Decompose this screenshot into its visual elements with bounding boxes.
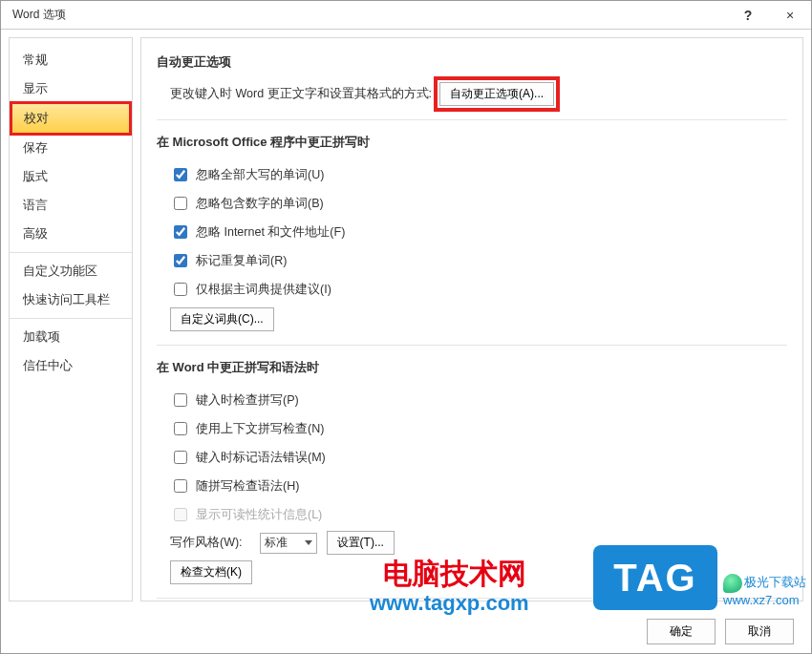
cb-ignore-urls[interactable]: 忽略 Internet 和文件地址(F)	[170, 220, 345, 244]
sidebar-item-proofing[interactable]: 校对	[11, 103, 130, 134]
grammar-settings-button[interactable]: 设置(T)...	[327, 531, 395, 555]
cb-label: 忽略全部大写的单词(U)	[196, 167, 324, 183]
cb-flag-repeats-input[interactable]	[174, 254, 187, 267]
cb-label: 忽略 Internet 和文件地址(F)	[196, 224, 345, 241]
dialog-body: 常规 显示 校对 保存 版式 语言 高级 自定义功能区 快速访问工具栏 加载项 …	[1, 30, 811, 609]
cb-label: 键入时标记语法错误(M)	[196, 450, 326, 466]
sidebar-item-display[interactable]: 显示	[10, 74, 132, 103]
cb-mark-grammar-typing[interactable]: 键入时标记语法错误(M)	[170, 445, 326, 470]
close-button[interactable]: ×	[769, 1, 811, 29]
custom-dictionaries-button[interactable]: 自定义词典(C)...	[170, 307, 274, 331]
sidebar-item-trust-center[interactable]: 信任中心	[10, 351, 132, 380]
cb-check-spelling-typing-input[interactable]	[174, 393, 187, 407]
cb-mark-grammar-typing-input[interactable]	[174, 451, 187, 464]
sidebar-item-layout[interactable]: 版式	[10, 162, 132, 191]
cb-label: 仅根据主词典提供建议(I)	[196, 282, 331, 298]
sidebar-item-general[interactable]: 常规	[10, 46, 132, 74]
separator	[157, 345, 787, 346]
sidebar-item-advanced[interactable]: 高级	[10, 220, 132, 248]
cb-ignore-urls-input[interactable]	[174, 225, 187, 239]
sidebar-item-customize-ribbon[interactable]: 自定义功能区	[10, 257, 132, 285]
cb-label: 显示可读性统计信息(L)	[196, 507, 322, 523]
sidebar-item-addins[interactable]: 加载项	[10, 323, 132, 351]
cb-flag-repeats[interactable]: 标记重复单词(R)	[170, 248, 287, 273]
autocorrect-row: 更改键入时 Word 更正文字和设置其格式的方式: 自动更正选项(A)...	[157, 82, 787, 106]
cancel-button[interactable]: 取消	[725, 619, 794, 644]
cb-contextual-spelling-input[interactable]	[174, 422, 187, 435]
cb-readability-stats-input	[174, 508, 187, 521]
cb-check-spelling-typing[interactable]: 键入时检查拼写(P)	[170, 388, 299, 412]
titlebar-controls: ? ×	[727, 1, 811, 29]
section-autocorrect-title: 自动更正选项	[157, 53, 787, 71]
recheck-document-button[interactable]: 检查文档(K)	[170, 560, 252, 584]
cb-ignore-numbers-input[interactable]	[174, 197, 187, 210]
cb-main-dict-only[interactable]: 仅根据主词典提供建议(I)	[170, 277, 331, 302]
separator	[157, 598, 787, 599]
cb-label: 随拼写检查语法(H)	[196, 478, 299, 495]
section-office-spell-title: 在 Microsoft Office 程序中更正拼写时	[157, 134, 787, 151]
cb-ignore-numbers[interactable]: 忽略包含数字的单词(B)	[170, 191, 324, 216]
cb-ignore-uppercase-input[interactable]	[174, 168, 187, 181]
cb-label: 键入时检查拼写(P)	[196, 392, 299, 409]
help-button[interactable]: ?	[727, 1, 769, 29]
window-title: Word 选项	[12, 7, 66, 23]
cb-readability-stats: 显示可读性统计信息(L)	[170, 502, 322, 527]
sidebar-separator	[10, 252, 132, 253]
chevron-down-icon	[305, 540, 312, 545]
cb-label: 忽略包含数字的单词(B)	[196, 196, 324, 212]
cb-check-grammar-with-spelling-input[interactable]	[174, 479, 187, 493]
sidebar-item-language[interactable]: 语言	[10, 191, 132, 220]
cb-contextual-spelling[interactable]: 使用上下文拼写检查(N)	[170, 416, 324, 441]
autocorrect-desc: 更改键入时 Word 更正文字和设置其格式的方式:	[170, 86, 432, 102]
writing-style-select[interactable]: 标准	[260, 533, 317, 554]
cb-label: 使用上下文拼写检查(N)	[196, 421, 324, 437]
ok-button[interactable]: 确定	[647, 619, 716, 644]
titlebar: Word 选项 ? ×	[1, 1, 811, 30]
cb-check-grammar-with-spelling[interactable]: 随拼写检查语法(H)	[170, 474, 299, 498]
main-panel: 自动更正选项 更改键入时 Word 更正文字和设置其格式的方式: 自动更正选项(…	[140, 37, 803, 601]
autocorrect-options-button[interactable]: 自动更正选项(A)...	[439, 82, 554, 106]
sidebar-item-quick-access[interactable]: 快速访问工具栏	[10, 285, 132, 314]
section-word-spell-title: 在 Word 中更正拼写和语法时	[157, 359, 787, 376]
sidebar-separator	[10, 318, 132, 319]
sidebar-item-save[interactable]: 保存	[10, 134, 132, 162]
word-options-dialog: Word 选项 ? × 常规 显示 校对 保存 版式 语言 高级 自定义功能区 …	[0, 0, 812, 654]
separator	[157, 119, 787, 120]
writing-style-label: 写作风格(W):	[170, 535, 243, 551]
writing-style-value: 标准	[265, 535, 288, 551]
cb-label: 标记重复单词(R)	[196, 253, 287, 269]
cb-ignore-uppercase[interactable]: 忽略全部大写的单词(U)	[170, 162, 324, 187]
dialog-footer: 确定 取消	[1, 609, 811, 653]
sidebar: 常规 显示 校对 保存 版式 语言 高级 自定义功能区 快速访问工具栏 加载项 …	[9, 37, 133, 601]
cb-main-dict-only-input[interactable]	[174, 283, 187, 296]
